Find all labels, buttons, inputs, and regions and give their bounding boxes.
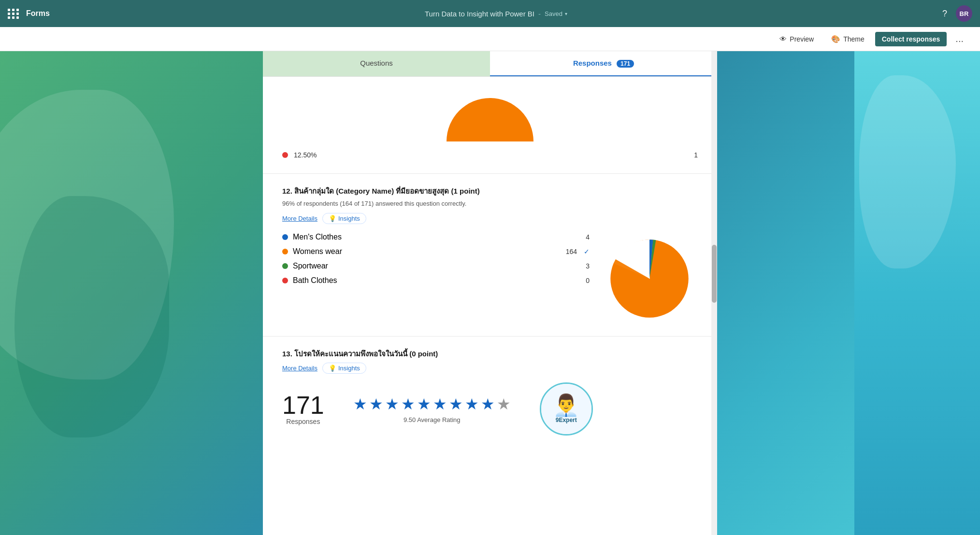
star-7: ★ xyxy=(449,395,463,413)
choice-label: Men's Clothes xyxy=(293,233,342,241)
topbar-center: Turn Data to Insight with Power BI - Sav… xyxy=(425,10,567,18)
insights-icon: 💡 xyxy=(329,215,336,222)
q13-section: 13. โปรดให้คะแนนความพึงพอใจในวันนี้ (0 p… xyxy=(263,337,717,447)
saved-status[interactable]: Saved ▾ xyxy=(545,10,567,17)
choice-label: Sportwear xyxy=(293,262,328,270)
topbar: Forms Turn Data to Insight with Power BI… xyxy=(0,0,980,27)
apps-grid-icon[interactable] xyxy=(8,9,19,19)
star-10: ★ xyxy=(497,395,511,413)
responses-count-badge: 171 xyxy=(617,60,634,68)
toolbar: Preview Theme Collect responses ... xyxy=(0,27,980,51)
avatar-person-icon: 👨‍💼 xyxy=(553,394,579,416)
q13-title: 13. โปรดให้คะแนนความพึงพอใจในวันนี้ (0 p… xyxy=(282,348,698,360)
q12-section: 12. สินค้ากลุ่มใด (Category Name) ที่มีย… xyxy=(263,174,717,337)
star-2: ★ xyxy=(369,395,383,413)
star-3: ★ xyxy=(385,395,399,413)
q11-partial-section: 12.50% 1 xyxy=(263,77,717,174)
q13-rating-area: 171 Responses ★ ★ ★ ★ ★ ★ ★ xyxy=(282,382,698,436)
q12-more-details-link[interactable]: More Details xyxy=(282,213,317,224)
choice-label: Womens wear xyxy=(293,247,342,256)
q12-pie-chart xyxy=(601,233,698,324)
q13-insights-button[interactable]: 💡 Insights xyxy=(322,363,366,374)
center-panel: Questions Responses 171 12. xyxy=(263,51,717,535)
q12-choices: Men's Clothes 4 Womens wear 164 ✓ xyxy=(282,233,590,291)
green-dot-icon xyxy=(282,263,288,269)
star-8: ★ xyxy=(465,395,479,413)
q12-two-col: Men's Clothes 4 Womens wear 164 ✓ xyxy=(282,233,698,324)
q12-insights-button[interactable]: 💡 Insights xyxy=(322,213,366,224)
tab-responses[interactable]: Responses 171 xyxy=(490,51,717,76)
choice-count: 0 xyxy=(575,277,590,284)
q12-subtitle: 96% of respondents (164 of 171) answered… xyxy=(282,200,698,207)
q12-title: 12. สินค้ากลุ่มใด (Category Name) ที่มีย… xyxy=(282,185,698,197)
avg-rating-text: 9.50 Average Rating xyxy=(353,416,511,423)
q13-title-text: โปรดให้คะแนนความพึงพอใจในวันนี้ (0 point… xyxy=(294,350,438,358)
red-dot-icon xyxy=(282,278,288,283)
q11-percent: 12.50% xyxy=(294,151,317,159)
avatar: 👨‍💼 9Expert xyxy=(540,382,593,436)
responses-tab-label: Responses xyxy=(573,59,612,67)
list-item: Men's Clothes 4 xyxy=(282,233,590,241)
response-count-label: Responses xyxy=(282,418,324,425)
tabs: Questions Responses 171 xyxy=(263,51,717,77)
chevron-down-icon: ▾ xyxy=(565,11,567,16)
bg-shape2 xyxy=(14,196,169,437)
star-4: ★ xyxy=(401,395,415,413)
collect-label: Collect responses xyxy=(882,35,940,43)
q12-title-text: สินค้ากลุ่มใด (Category Name) ที่มียอดขา… xyxy=(294,187,480,195)
topbar-left: Forms xyxy=(8,9,50,19)
insights-icon: 💡 xyxy=(329,365,336,372)
choice-count: 164 xyxy=(562,248,577,255)
q12-links: More Details 💡 Insights xyxy=(282,213,698,224)
title-separator: - xyxy=(538,10,541,18)
avatar-brand-label: 9Expert xyxy=(556,417,577,423)
correct-check-icon: ✓ xyxy=(584,248,590,255)
list-item: Womens wear 164 ✓ xyxy=(282,247,590,256)
choice-label: Bath Clothes xyxy=(293,276,337,285)
saved-label: Saved xyxy=(545,10,562,17)
scrollbar-thumb[interactable] xyxy=(712,245,717,303)
app-name: Forms xyxy=(26,9,50,18)
star-9: ★ xyxy=(481,395,495,413)
main-area: Questions Responses 171 12. xyxy=(0,51,980,535)
partial-pie-chart xyxy=(442,93,538,146)
stars-area: ★ ★ ★ ★ ★ ★ ★ ★ ★ ★ xyxy=(353,395,511,423)
theme-button[interactable]: Theme xyxy=(824,31,871,47)
stars-row: ★ ★ ★ ★ ★ ★ ★ ★ ★ ★ xyxy=(353,395,511,413)
tab-questions[interactable]: Questions xyxy=(263,51,490,76)
scrollbar-track[interactable] xyxy=(711,51,717,535)
q12-insights-label: Insights xyxy=(338,215,360,222)
preview-label: Preview xyxy=(790,35,814,43)
theme-icon xyxy=(831,35,840,43)
more-options-button[interactable]: ... xyxy=(951,31,968,46)
help-button[interactable]: ? xyxy=(942,9,947,19)
orange-dot-icon xyxy=(282,249,288,254)
content-scroll[interactable]: 12.50% 1 12. สินค้ากลุ่มใด (Category Nam… xyxy=(263,77,717,535)
q11-row: 12.50% 1 xyxy=(282,151,698,159)
star-5: ★ xyxy=(417,395,431,413)
list-item: Bath Clothes 0 xyxy=(282,276,590,285)
theme-label: Theme xyxy=(843,35,865,43)
list-item: Sportwear 3 xyxy=(282,262,590,270)
q13-number: 13. xyxy=(282,350,292,358)
q13-more-details-link[interactable]: More Details xyxy=(282,363,317,374)
partial-pie-container xyxy=(282,93,698,146)
user-avatar[interactable]: BR xyxy=(956,5,972,22)
q13-insights-label: Insights xyxy=(338,365,360,372)
q11-count: 1 xyxy=(694,151,698,159)
blue-dot-icon xyxy=(282,234,288,240)
questions-tab-label: Questions xyxy=(360,59,393,67)
star-6: ★ xyxy=(433,395,447,413)
q12-number: 12. xyxy=(282,187,292,195)
pie-svg xyxy=(604,233,695,324)
response-count-number: 171 xyxy=(282,393,324,418)
collect-responses-button[interactable]: Collect responses xyxy=(875,32,947,46)
choice-count: 3 xyxy=(575,262,590,270)
avatar-inner: 👨‍💼 9Expert xyxy=(541,384,591,434)
eye-icon xyxy=(779,35,787,43)
red-dot-icon xyxy=(282,152,288,158)
star-1: ★ xyxy=(353,395,367,413)
q13-links: More Details 💡 Insights xyxy=(282,363,698,374)
preview-button[interactable]: Preview xyxy=(773,31,821,46)
choice-count: 4 xyxy=(575,233,590,241)
